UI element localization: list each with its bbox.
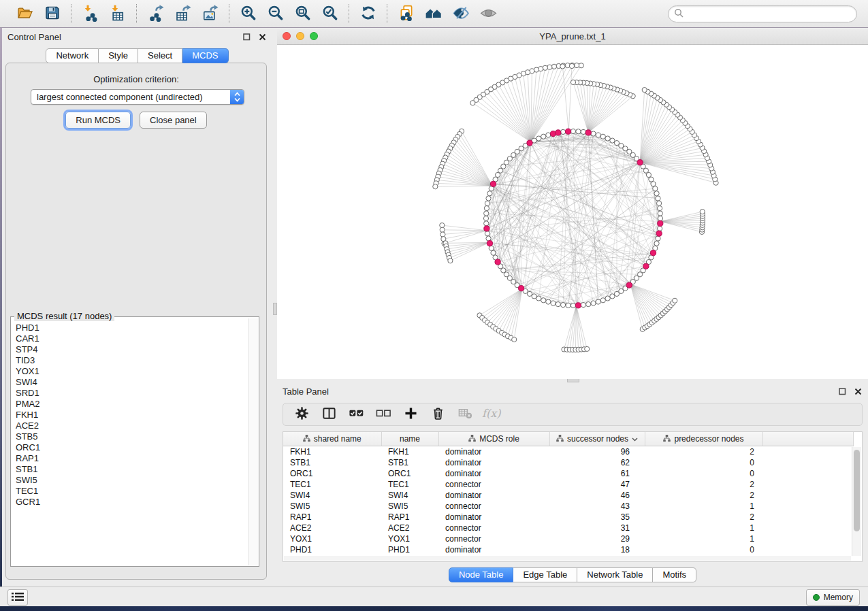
export-table-button[interactable] bbox=[172, 3, 195, 24]
tab-mcds[interactable]: MCDS bbox=[182, 48, 228, 63]
close-panel-icon[interactable] bbox=[258, 33, 267, 42]
show-all-networks-button[interactable] bbox=[422, 3, 445, 24]
float-window-icon[interactable] bbox=[242, 33, 251, 42]
show-selected-icon bbox=[479, 4, 497, 24]
memory-button[interactable]: Memory bbox=[806, 589, 860, 606]
select-all-button[interactable] bbox=[347, 406, 365, 423]
zoom-selected-icon bbox=[321, 4, 339, 24]
table-horizontal-scrollbar[interactable] bbox=[284, 556, 851, 561]
column-header-filler bbox=[762, 432, 853, 446]
table-row[interactable]: PHD1PHD1dominator180 bbox=[283, 544, 853, 555]
mcds-result-item[interactable]: YOX1 bbox=[12, 366, 249, 377]
zoom-in-icon bbox=[240, 4, 257, 24]
mcds-result-item[interactable]: ORC1 bbox=[12, 442, 249, 453]
network-view-window: YPA_prune.txt_1 bbox=[277, 28, 868, 378]
mcds-result-item[interactable]: PHD1 bbox=[12, 323, 249, 333]
control-panel-titlebar: Control Panel bbox=[2, 28, 272, 46]
open-file-button[interactable] bbox=[14, 3, 37, 24]
hide-selected-button[interactable] bbox=[449, 3, 472, 24]
network-canvas[interactable] bbox=[277, 45, 868, 379]
mcds-result-item[interactable]: TEC1 bbox=[12, 486, 249, 497]
table-scrollbar-thumb[interactable] bbox=[854, 450, 860, 531]
table-row[interactable]: STB1STB1dominator620 bbox=[283, 457, 853, 468]
column-header-successor-nodes[interactable]: successor nodes bbox=[549, 432, 645, 446]
table-row[interactable]: TEC1TEC1connector472 bbox=[283, 479, 853, 490]
import-table-button[interactable] bbox=[106, 3, 129, 24]
open-file-icon bbox=[16, 4, 34, 24]
table-mode-gear-icon bbox=[294, 406, 310, 423]
delete-columns-button[interactable] bbox=[429, 406, 447, 423]
unselect-all-button[interactable] bbox=[374, 406, 392, 423]
mcds-result-item[interactable]: RAP1 bbox=[12, 453, 249, 464]
show-columns-button[interactable] bbox=[320, 406, 338, 423]
optimization-criterion-dropdown[interactable]: largest connected component (undirected) bbox=[31, 89, 244, 105]
tab-motifs[interactable]: Motifs bbox=[653, 567, 696, 582]
close-panel-button[interactable]: Close panel bbox=[140, 112, 207, 129]
column-header-predecessor-nodes[interactable]: predecessor nodes bbox=[645, 432, 762, 446]
mcds-tab-content: Optimization criterion: largest connecte… bbox=[5, 63, 267, 580]
close-panel-icon[interactable] bbox=[854, 387, 863, 396]
task-history-button[interactable] bbox=[7, 589, 28, 606]
tab-network-table[interactable]: Network Table bbox=[577, 567, 653, 582]
node-table: shared namenameMCDS rolesuccessor nodesp… bbox=[283, 431, 863, 562]
mcds-result-item[interactable]: SWI5 bbox=[12, 475, 249, 486]
table-vertical-scrollbar[interactable] bbox=[852, 447, 861, 556]
mcds-result-item[interactable]: TID3 bbox=[12, 355, 249, 366]
tab-style[interactable]: Style bbox=[99, 48, 138, 63]
tab-node-table[interactable]: Node Table bbox=[449, 567, 514, 582]
column-header-MCDS-role[interactable]: MCDS role bbox=[438, 432, 549, 446]
mcds-result-item[interactable]: GCR1 bbox=[12, 497, 249, 508]
mcds-result-item[interactable]: STP4 bbox=[12, 344, 249, 355]
tab-edge-table[interactable]: Edge Table bbox=[513, 567, 577, 582]
table-row[interactable]: RAP1RAP1dominator352 bbox=[283, 512, 853, 523]
export-network-button[interactable] bbox=[144, 3, 167, 24]
mcds-result-item[interactable]: STB5 bbox=[12, 431, 249, 442]
table-row[interactable]: ORC1ORC1dominator610 bbox=[283, 468, 853, 479]
network-window-titlebar[interactable]: YPA_prune.txt_1 bbox=[277, 28, 868, 45]
svg-text:f(x): f(x) bbox=[482, 407, 501, 420]
table-row[interactable]: FKH1FKH1dominator962 bbox=[283, 446, 853, 458]
zoom-in-button[interactable] bbox=[237, 3, 260, 24]
mcds-result-item[interactable]: SRD1 bbox=[12, 388, 249, 399]
save-session-button[interactable] bbox=[41, 3, 64, 24]
zoom-selected-button[interactable] bbox=[319, 3, 342, 24]
mcds-result-item[interactable]: FKH1 bbox=[12, 410, 249, 420]
table-row[interactable]: SWI4SWI4dominator462 bbox=[283, 490, 853, 501]
mcds-result-item[interactable]: PMA2 bbox=[12, 399, 249, 410]
mcds-result-item[interactable]: ACE2 bbox=[12, 420, 249, 431]
status-bar: Memory bbox=[0, 587, 868, 606]
run-mcds-button[interactable]: Run MCDS bbox=[65, 112, 131, 129]
export-table-icon bbox=[174, 4, 192, 24]
vertical-splitter[interactable] bbox=[272, 28, 277, 587]
search-input[interactable] bbox=[687, 8, 851, 19]
tab-network[interactable]: Network bbox=[46, 48, 99, 63]
table-panel-titlebar: Table Panel bbox=[277, 382, 868, 400]
show-all-networks-icon bbox=[425, 4, 443, 24]
zoom-fit-button[interactable] bbox=[291, 3, 315, 24]
export-image-button[interactable] bbox=[199, 3, 222, 24]
table-panel-tabs: Node TableEdge TableNetwork TableMotifs bbox=[277, 567, 868, 582]
create-column-button[interactable] bbox=[402, 406, 419, 423]
new-network-from-selection-button[interactable] bbox=[395, 3, 418, 24]
column-header-name[interactable]: name bbox=[381, 432, 438, 446]
table-mode-gear-button[interactable] bbox=[293, 406, 310, 423]
mcds-result-item[interactable]: SWI4 bbox=[12, 377, 249, 388]
tab-select[interactable]: Select bbox=[138, 48, 182, 63]
show-selected-button[interactable] bbox=[477, 3, 500, 24]
import-network-button[interactable] bbox=[79, 3, 102, 24]
dropdown-selected-value: largest connected component (undirected) bbox=[31, 92, 230, 102]
table-row[interactable]: YOX1YOX1connector291 bbox=[283, 533, 853, 544]
search-box[interactable] bbox=[668, 5, 857, 22]
control-panel-title: Control Panel bbox=[7, 32, 61, 42]
mcds-result-item[interactable]: STB1 bbox=[12, 464, 249, 475]
mcds-list-scrollbar[interactable] bbox=[248, 318, 258, 565]
float-window-icon[interactable] bbox=[838, 387, 847, 396]
zoom-out-button[interactable] bbox=[264, 3, 287, 24]
table-row[interactable]: SWI5SWI5connector431 bbox=[283, 501, 853, 512]
refresh-view-button[interactable] bbox=[357, 3, 380, 24]
vertical-splitter-grip[interactable] bbox=[273, 303, 277, 315]
table-row[interactable]: ACE2ACE2connector311 bbox=[283, 523, 853, 533]
column-header-shared-name[interactable]: shared name bbox=[283, 432, 381, 446]
delete-table-button bbox=[456, 406, 474, 423]
mcds-result-item[interactable]: CAR1 bbox=[12, 333, 249, 344]
